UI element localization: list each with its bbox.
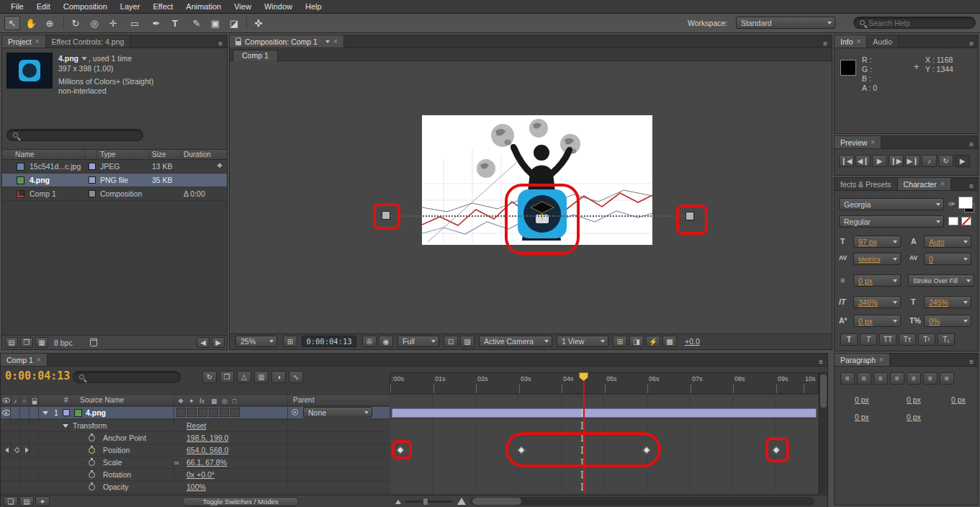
tab-project[interactable]: Project × [2,35,46,48]
camera-dropdown[interactable]: Active Camera [479,336,552,347]
stroke-width-dropdown[interactable]: 0 px [853,274,901,287]
stopwatch-icon[interactable] [89,484,95,490]
scale-value[interactable]: 66.1, 67.8% [186,458,227,467]
composition-mini-flowchart-icon[interactable]: ↻ [202,371,217,383]
table-row-png-selected[interactable]: 4.png PNG file 35 KB [2,174,227,187]
layer-row-4png[interactable]: 1 4.png None [1,407,390,419]
project-search-box[interactable] [6,129,143,141]
new-folder-icon[interactable]: ❒ [20,337,33,348]
menu-layer[interactable]: Layer [114,2,147,11]
stopwatch-icon-active[interactable] [89,447,95,454]
last-frame-button[interactable]: ▶❙ [905,155,920,167]
close-icon[interactable]: × [333,37,338,45]
layer-label-chip[interactable] [63,409,70,416]
leading-dropdown[interactable]: Auto [924,235,971,248]
panel-menu-icon[interactable]: ≡ [214,40,227,48]
property-row-rotation[interactable]: Rotation 0x +0.0° [1,469,390,481]
type-tool[interactable]: T [167,16,183,30]
timeline-search-box[interactable] [73,371,181,383]
next-frame-button[interactable]: ❙▶ [889,155,904,167]
threed-switch[interactable] [230,408,240,417]
parent-pickwhip-icon[interactable] [292,409,298,416]
kerning-value[interactable]: Metrics [858,255,881,263]
layer-handle-left[interactable] [382,211,390,220]
menu-edit[interactable]: Edit [30,2,57,11]
shape-tool[interactable]: ▭ [127,16,143,30]
panel-menu-icon[interactable]: ≡ [965,140,978,148]
baseline-shift-value[interactable]: 0 px [858,317,873,326]
layer-duration-bar[interactable] [392,408,817,418]
pen-tool[interactable]: ✒ [148,16,164,30]
expand-inout-icon[interactable]: ✦ [35,496,50,506]
menu-view[interactable]: View [228,2,258,11]
label-color-chip[interactable] [89,163,96,170]
rotation-tool[interactable]: ↻ [68,16,84,30]
timeline-search-input[interactable] [88,373,174,382]
align-left-button[interactable]: ≡ [840,372,855,385]
layer-handle-right[interactable] [685,212,694,220]
expand-layers-icon[interactable]: ❏ [4,496,18,506]
tab-effect-controls[interactable]: Effect Controls: 4.png [46,35,131,48]
label-color-chip[interactable] [89,190,96,197]
font-style-dropdown[interactable]: Regular [839,215,944,228]
camera-tool[interactable]: ◎ [86,16,102,30]
column-duration[interactable]: Duration [184,151,211,158]
eyedropper-icon[interactable]: ✑ [948,199,955,209]
lock-icon[interactable] [235,41,241,45]
kerning-dropdown[interactable]: Metrics [853,253,901,265]
menu-animation[interactable]: Animation [179,2,228,11]
tab-effects-presets[interactable]: fects & Presets [835,178,898,190]
draft-3d-icon[interactable]: ❐ [220,371,234,383]
swap-fill-swatch[interactable] [948,217,958,225]
tsume-dropdown[interactable]: 0% [924,315,971,327]
font-size-dropdown[interactable]: 97 px [853,235,901,248]
space-after-value[interactable]: 0 px [907,413,921,421]
close-icon[interactable]: × [857,37,861,45]
faux-bold-button[interactable]: T [840,333,858,346]
justify-last-center-button[interactable]: ≡ [907,372,921,385]
horizontal-scale-dropdown[interactable]: 245% [924,296,971,308]
tab-timeline-comp1[interactable]: Comp 1 × [1,354,48,366]
label-color-chip[interactable] [89,176,96,184]
panel-menu-icon[interactable]: ≡ [965,182,978,190]
quality-switch[interactable] [176,408,186,417]
time-ruler[interactable]: :00s 01s 02s 03s 04s 05s 06s 07s 08s 09s… [390,372,819,394]
eraser-tool[interactable]: ◪ [226,16,242,30]
panel-menu-icon[interactable]: ≡ [965,358,978,366]
close-icon[interactable]: × [37,356,41,364]
stopwatch-icon[interactable] [89,472,95,478]
position-value[interactable]: 654.0, 568.0 [186,446,228,454]
horizontal-scale-value[interactable]: 245% [929,298,948,307]
first-line-indent-value[interactable]: 0 px [951,395,966,404]
align-center-button[interactable]: ≡ [857,372,871,385]
graph-editor-icon[interactable]: ∿ [289,371,303,383]
trash-icon[interactable] [90,338,97,346]
property-row-transform[interactable]: Transform Reset [1,420,390,432]
viewer-tab-comp1[interactable]: Comp 1 [233,50,278,61]
font-size-value[interactable]: 97 px [858,238,877,246]
panel-menu-icon[interactable]: ≡ [965,40,978,48]
snapshot-icon[interactable]: ✇ [362,336,377,347]
justify-last-right-button[interactable]: ≡ [923,372,938,385]
table-row-jpeg[interactable]: 15c541d...c.jpg JPEG 13 KB ❖ [2,160,227,174]
show-channel-icon[interactable]: ◉ [379,336,393,347]
pan-behind-tool[interactable]: ✛ [105,16,121,30]
timeline-zoom-slider[interactable] [405,501,453,503]
timeline-button-icon[interactable]: ⚡ [646,336,660,347]
comp-image-svg[interactable] [422,115,652,245]
all-caps-button[interactable]: TT [879,333,896,346]
hand-tool[interactable]: ✋ [23,16,39,30]
clone-stamp-tool[interactable]: ▣ [207,16,223,30]
zoom-slider-thumb[interactable] [423,498,428,506]
property-row-anchor-point[interactable]: Anchor Point 198.5, 199.0 [1,432,390,444]
new-composition-icon[interactable]: ▦ [35,337,48,348]
tab-character[interactable]: Character × [898,178,951,190]
constrain-proportions-icon[interactable]: ∞ [174,458,179,467]
no-color-swatch[interactable] [961,217,971,225]
zoom-out-mountain-icon[interactable] [395,500,401,504]
resolution-dropdown[interactable]: Full [397,336,439,347]
opacity-value[interactable]: 100% [186,483,206,491]
space-before-value[interactable]: 0 px [855,413,869,421]
selection-tool[interactable]: ↖ [4,16,20,30]
tab-paragraph[interactable]: Paragraph × [835,354,890,366]
